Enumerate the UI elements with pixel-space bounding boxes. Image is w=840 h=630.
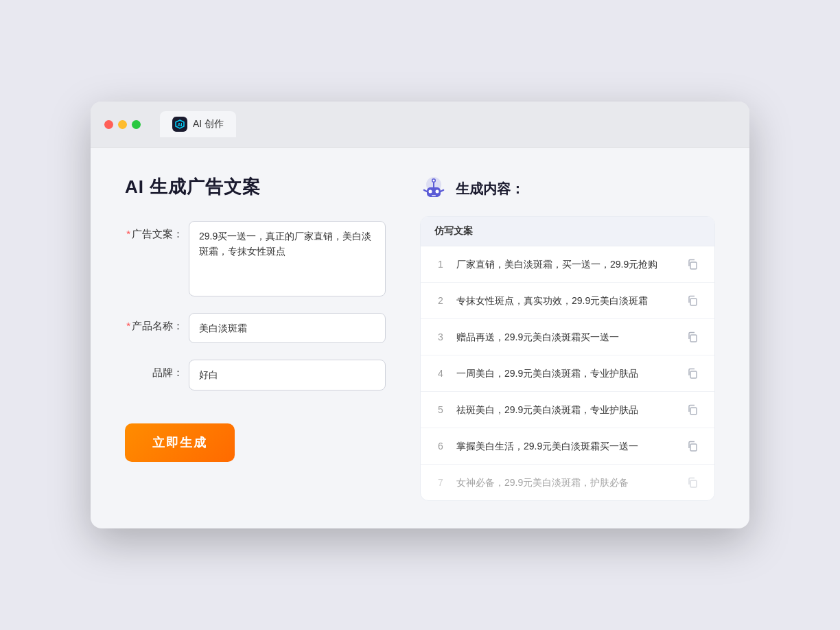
table-row: 7 女神必备，29.9元美白淡斑霜，护肤必备 [421,465,714,500]
results-header: 仿写文案 [421,217,714,246]
table-row: 5 祛斑美白，29.9元美白淡斑霜，专业护肤品 [421,392,714,428]
page-title: AI 生成广告文案 [125,175,386,199]
brand-input[interactable] [189,360,386,390]
row-number: 6 [434,441,447,452]
close-button[interactable] [104,120,113,129]
table-row: 6 掌握美白生活，29.9元美白淡斑霜买一送一 [421,428,714,465]
product-name-group: *产品名称： [125,313,386,343]
copy-icon[interactable] [684,401,701,418]
row-number: 4 [434,368,447,379]
product-input[interactable] [189,313,386,343]
copy-icon[interactable] [684,438,701,454]
svg-point-5 [436,190,439,194]
svg-rect-6 [432,195,436,196]
row-text: 厂家直销，美白淡斑霜，买一送一，29.9元抢购 [456,257,675,272]
row-text: 一周美白，29.9元美白淡斑霜，专业护肤品 [456,366,675,381]
right-panel: 生成内容： 仿写文案 1 厂家直销，美白淡斑霜，买一送一，29.9元抢购 2 专… [420,175,715,501]
row-number: 7 [434,477,447,488]
product-label: *产品名称： [125,313,183,333]
generate-button[interactable]: 立即生成 [125,423,235,462]
table-row: 1 厂家直销，美白淡斑霜，买一送一，29.9元抢购 [421,246,714,283]
results-table: 仿写文案 1 厂家直销，美白淡斑霜，买一送一，29.9元抢购 2 专抹女性斑点，… [420,216,715,501]
robot-icon [420,175,447,202]
brand-group: 品牌： [125,360,386,390]
copy-icon[interactable] [684,292,701,309]
minimize-button[interactable] [118,120,127,129]
svg-rect-17 [690,444,697,451]
results-list: 1 厂家直销，美白淡斑霜，买一送一，29.9元抢购 2 专抹女性斑点，真实功效，… [421,246,714,500]
tab-icon: AI [172,117,187,132]
svg-point-4 [429,190,432,194]
tab-title: AI 创作 [193,118,224,130]
row-text: 女神必备，29.9元美白淡斑霜，护肤必备 [456,476,675,490]
maximize-button[interactable] [132,120,141,129]
titlebar: AI AI 创作 [91,102,749,148]
svg-rect-13 [690,299,697,305]
required-star-1: * [126,228,130,240]
copy-icon[interactable] [684,474,701,491]
table-row: 3 赠品再送，29.9元美白淡斑霜买一送一 [421,319,714,355]
row-text: 赠品再送，29.9元美白淡斑霜买一送一 [456,330,675,345]
right-title: 生成内容： [456,180,524,198]
browser-window: AI AI 创作 AI 生成广告文案 *广告文案： *产品名称： [91,102,749,528]
svg-line-9 [424,190,427,191]
svg-rect-12 [690,262,697,269]
copy-icon[interactable] [684,329,701,345]
svg-point-11 [433,180,435,182]
row-number: 2 [434,295,447,306]
svg-rect-14 [690,335,697,342]
svg-rect-18 [690,480,697,487]
svg-rect-16 [690,408,697,415]
row-text: 祛斑美白，29.9元美白淡斑霜，专业护肤品 [456,403,675,417]
ad-copy-label: *广告文案： [125,221,183,241]
tab-ai-creation[interactable]: AI AI 创作 [160,111,236,137]
row-number: 3 [434,331,447,342]
copy-icon[interactable] [684,256,701,272]
traffic-lights [104,120,141,129]
svg-text:AI: AI [178,122,183,127]
table-row: 2 专抹女性斑点，真实功效，29.9元美白淡斑霜 [421,283,714,319]
row-text: 专抹女性斑点，真实功效，29.9元美白淡斑霜 [456,294,675,308]
table-row: 4 一周美白，29.9元美白淡斑霜，专业护肤品 [421,355,714,392]
main-content: AI 生成广告文案 *广告文案： *产品名称： 品牌： 立即生成 [91,148,749,528]
ad-copy-input[interactable] [189,221,386,296]
brand-label: 品牌： [125,360,183,380]
copy-icon[interactable] [684,365,701,382]
right-header: 生成内容： [420,175,715,202]
row-text: 掌握美白生活，29.9元美白淡斑霜买一送一 [456,439,675,454]
svg-line-10 [441,190,443,191]
row-number: 5 [434,404,447,415]
svg-rect-15 [690,371,697,378]
ad-copy-group: *广告文案： [125,221,386,296]
left-panel: AI 生成广告文案 *广告文案： *产品名称： 品牌： 立即生成 [125,175,386,501]
row-number: 1 [434,259,447,270]
required-star-2: * [126,320,130,331]
